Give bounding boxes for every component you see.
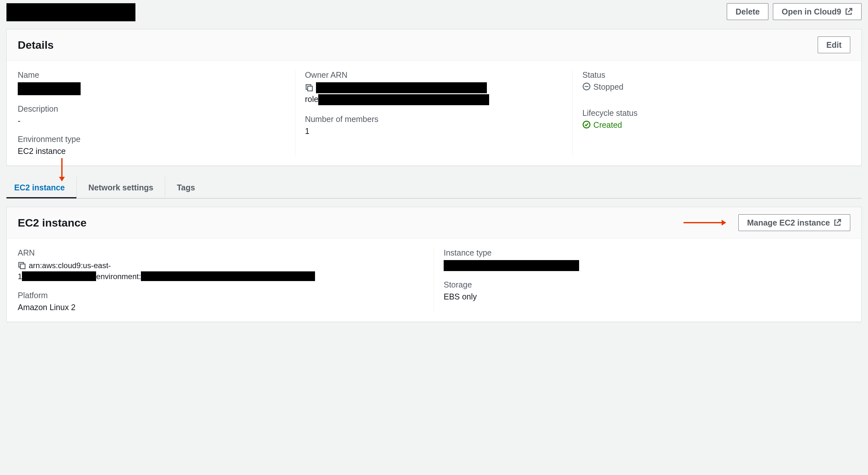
- description-value: -: [18, 116, 285, 125]
- lifecycle-label: Lifecycle status: [582, 109, 850, 118]
- name-value: [18, 82, 285, 95]
- arn-line1: arn:aws:cloud9:us-east-: [29, 260, 111, 271]
- open-cloud9-button[interactable]: Open in Cloud9: [773, 3, 862, 20]
- members-value: 1: [305, 126, 563, 136]
- ec2-col1: ARN arn:aws:cloud9:us-east- 1 environmen…: [18, 248, 434, 312]
- name-label: Name: [18, 70, 285, 80]
- field-env-type: Environment type EC2 instance: [18, 135, 285, 156]
- header-actions: Delete Open in Cloud9: [727, 3, 862, 20]
- env-type-label: Environment type: [18, 135, 285, 144]
- lifecycle-value: Created: [593, 120, 622, 130]
- page-title-redacted: [6, 3, 135, 21]
- description-label: Description: [18, 104, 285, 114]
- arn-label: ARN: [18, 248, 424, 258]
- page-header: Delete Open in Cloud9: [6, 0, 862, 29]
- field-name: Name: [18, 70, 285, 95]
- ec2-panel: EC2 instance Manage EC2 instance ARN: [6, 207, 862, 322]
- open-cloud9-label: Open in Cloud9: [782, 7, 841, 17]
- details-col2: Owner ARN role Number: [296, 70, 573, 156]
- owner-arn-prefix: role: [305, 94, 318, 103]
- status-value-row: Stopped: [582, 82, 850, 92]
- tabs: EC2 instance Network settings Tags: [6, 177, 862, 199]
- annotation-arrow-right: [684, 222, 725, 223]
- field-arn: ARN arn:aws:cloud9:us-east- 1 environmen…: [18, 248, 424, 282]
- platform-label: Platform: [18, 291, 424, 300]
- success-icon: [582, 120, 591, 129]
- arn-line2-mid: environment:: [96, 271, 141, 282]
- copy-icon[interactable]: [305, 84, 313, 92]
- field-members: Number of members 1: [305, 115, 563, 136]
- details-header: Details Edit: [7, 29, 861, 61]
- ec2-body: ARN arn:aws:cloud9:us-east- 1 environmen…: [7, 238, 861, 322]
- owner-arn-label: Owner ARN: [305, 70, 563, 80]
- status-value: Stopped: [593, 82, 623, 92]
- manage-ec2-label: Manage EC2 instance: [747, 218, 830, 228]
- storage-label: Storage: [444, 280, 850, 290]
- lifecycle-value-row: Created: [582, 120, 850, 130]
- storage-value: EBS only: [444, 292, 850, 301]
- env-type-value: EC2 instance: [18, 147, 285, 156]
- tab-tags[interactable]: Tags: [165, 177, 207, 198]
- field-storage: Storage EBS only: [444, 280, 850, 301]
- instance-type-label: Instance type: [444, 248, 850, 258]
- details-title: Details: [18, 39, 54, 51]
- manage-ec2-button[interactable]: Manage EC2 instance: [738, 214, 850, 231]
- tab-network-settings[interactable]: Network settings: [77, 177, 165, 198]
- copy-icon[interactable]: [18, 261, 26, 270]
- field-platform: Platform Amazon Linux 2: [18, 291, 424, 312]
- field-instance-type: Instance type: [444, 248, 850, 271]
- ec2-title: EC2 instance: [18, 216, 87, 229]
- platform-value: Amazon Linux 2: [18, 303, 424, 312]
- arn-line2-prefix: 1: [18, 271, 22, 282]
- external-link-icon: [844, 7, 853, 16]
- members-label: Number of members: [305, 115, 563, 124]
- field-owner-arn: Owner ARN role: [305, 70, 563, 106]
- svg-rect-0: [308, 86, 312, 91]
- ec2-header: EC2 instance Manage EC2 instance: [7, 207, 861, 238]
- stopped-icon: [582, 82, 591, 91]
- details-body: Name Description - Environment type EC2 …: [7, 61, 861, 166]
- svg-rect-4: [20, 264, 25, 269]
- instance-type-value: [444, 260, 850, 271]
- details-col3: Status Stopped Lifecycle status C: [572, 70, 850, 156]
- field-status: Status Stopped: [582, 70, 850, 92]
- edit-button[interactable]: Edit: [818, 36, 850, 53]
- status-label: Status: [582, 70, 850, 80]
- tab-ec2-instance[interactable]: EC2 instance: [6, 177, 77, 198]
- owner-arn-value: role: [305, 82, 563, 106]
- external-link-icon: [833, 218, 842, 227]
- arn-value: arn:aws:cloud9:us-east- 1 environment:: [18, 260, 424, 282]
- delete-button[interactable]: Delete: [727, 3, 768, 20]
- field-lifecycle: Lifecycle status Created: [582, 109, 850, 130]
- ec2-col2: Instance type Storage EBS only: [434, 248, 850, 312]
- details-col1: Name Description - Environment type EC2 …: [18, 70, 296, 156]
- field-description: Description -: [18, 104, 285, 125]
- details-panel: Details Edit Name Description - Environm…: [6, 29, 862, 166]
